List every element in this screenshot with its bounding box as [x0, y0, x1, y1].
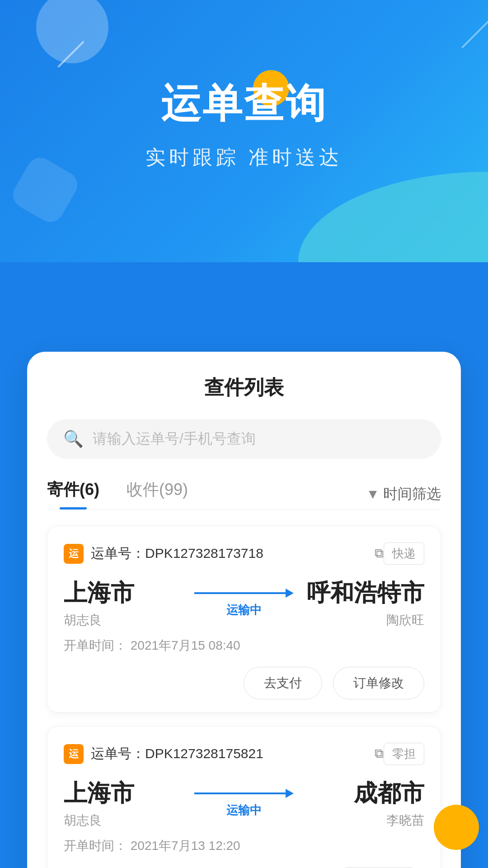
from-city-1: 上海市 — [64, 577, 134, 609]
from-city-2: 上海市 — [64, 778, 134, 809]
search-bar[interactable]: 🔍 请输入运单号/手机号查询 — [47, 419, 441, 459]
filter-icon: ▼ — [366, 486, 380, 502]
main-card: 查件列表 🔍 请输入运单号/手机号查询 寄件(6) 收件(99) ▼ 时间筛选 … — [27, 352, 461, 868]
decoration-orange-circle-br — [434, 805, 479, 850]
action-row-1: 去支付 订单修改 — [64, 667, 424, 699]
order-icon-1: 运 — [64, 544, 84, 564]
search-icon: 🔍 — [63, 429, 84, 448]
card-header-2: 运 运单号：DPK127328175821 ⧉ 零担 — [64, 743, 424, 765]
to-city-1: 呼和浩特市 — [307, 577, 424, 609]
route-status-1: 运输中 — [226, 602, 262, 618]
date-row-1: 开单时间： 2021年7月15 08:40 — [64, 637, 424, 654]
card-header-1: 运 运单号：DPK127328173718 ⧉ 快递 — [64, 542, 424, 565]
search-input-placeholder: 请输入运单号/手机号查询 — [93, 429, 256, 449]
arrow-line-2 — [194, 789, 294, 798]
arrow-head-1 — [286, 589, 294, 598]
route-status-2: 运输中 — [226, 802, 262, 818]
hero-section: 运单查询 实时跟踪 准时送达 — [0, 0, 488, 171]
route-row-1: 上海市 胡志良 运输中 呼和浩特市 陶欣旺 — [64, 577, 424, 629]
from-name-1: 胡志良 — [64, 612, 102, 629]
from-name-2: 胡志良 — [64, 812, 102, 829]
order-number-2: 运单号：DPK127328175821 — [91, 745, 369, 763]
tab-received[interactable]: 收件(99) — [127, 479, 188, 509]
shipment-card-1: 运 运单号：DPK127328173718 ⧉ 快递 上海市 胡志良 运输中 呼… — [47, 526, 441, 712]
copy-icon-1[interactable]: ⧉ — [375, 546, 384, 561]
hero-subtitle: 实时跟踪 准时送达 — [0, 144, 488, 171]
modify-button-1[interactable]: 订单修改 — [333, 667, 424, 699]
route-row-2: 上海市 胡志良 运输中 成都市 李晓苗 — [64, 778, 424, 829]
decoration-oval-teal — [298, 172, 488, 262]
arrow-body-2 — [194, 793, 286, 794]
arrow-body-1 — [194, 592, 286, 594]
route-middle-1: 运输中 — [184, 589, 304, 618]
date-row-2: 开单时间： 2021年7月13 12:20 — [64, 837, 424, 854]
to-name-2: 李晓苗 — [386, 812, 424, 829]
filter-label: 时间筛选 — [383, 484, 441, 504]
route-middle-2: 运输中 — [184, 789, 304, 818]
pay-button-1[interactable]: 去支付 — [244, 667, 322, 699]
to-city-2: 成都市 — [354, 778, 424, 809]
order-tag-2: 零担 — [384, 743, 424, 765]
to-name-1: 陶欣旺 — [386, 612, 424, 629]
time-filter-button[interactable]: ▼ 时间筛选 — [366, 484, 441, 504]
tab-sent[interactable]: 寄件(6) — [47, 479, 99, 509]
arrow-line-1 — [194, 589, 294, 598]
hero-title: 运单查询 — [0, 77, 488, 131]
card-title: 查件列表 — [47, 374, 441, 401]
order-number-1: 运单号：DPK127328173718 — [91, 544, 369, 563]
copy-icon-2[interactable]: ⧉ — [375, 746, 384, 761]
order-icon-2: 运 — [64, 744, 84, 764]
shipment-card-2: 运 运单号：DPK127328175821 ⧉ 零担 上海市 胡志良 运输中 成… — [47, 726, 441, 868]
tabs-row: 寄件(6) 收件(99) ▼ 时间筛选 — [47, 479, 441, 509]
order-tag-1: 快递 — [384, 542, 424, 565]
arrow-head-2 — [286, 789, 294, 798]
